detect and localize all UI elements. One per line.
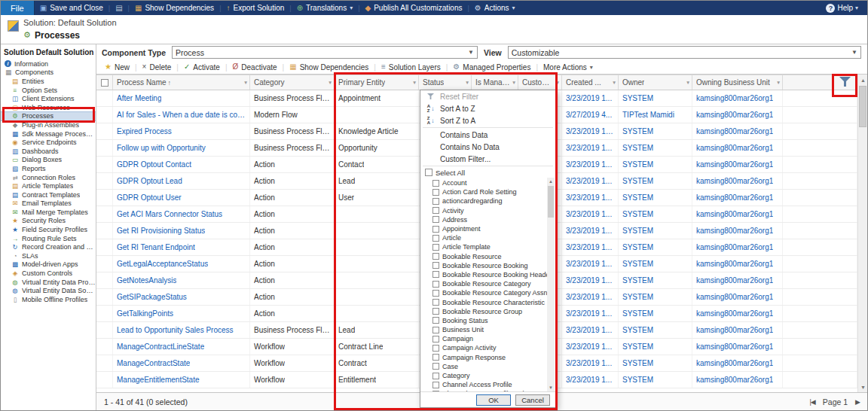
sidebar-item-virtual-entity-data-sources[interactable]: ◍Virtual Entity Data Sources xyxy=(1,286,96,295)
chevron-down-icon[interactable]: ▾ xyxy=(327,79,332,86)
next-page-icon[interactable]: ▶ xyxy=(855,398,860,406)
ribbon-item-save-and-close[interactable]: ▣Save and Close xyxy=(35,1,108,15)
toolbar-button-deactivate[interactable]: ØDeactivate xyxy=(228,63,283,72)
filter-option-bookable-resource-category-assn[interactable]: Bookable Resource Category Assn xyxy=(432,288,545,297)
sidebar-item-service-endpoints[interactable]: ◉Service Endpoints xyxy=(1,138,96,147)
chevron-down-icon[interactable]: ▾ xyxy=(775,79,780,86)
filter-option-campaign[interactable]: Campaign xyxy=(432,334,545,343)
sidebar-item-contract-templates[interactable]: ▤Contract Templates xyxy=(1,190,96,199)
filter-menu-item-contains-no-data[interactable]: Contains No Data xyxy=(420,141,555,153)
checkbox-icon[interactable] xyxy=(432,345,439,352)
checkbox-icon[interactable] xyxy=(432,391,439,391)
checkbox-icon[interactable] xyxy=(432,216,439,223)
ribbon-item-publish-all-customizations[interactable]: ◆Publish All Customizations xyxy=(360,1,468,15)
filter-option-address[interactable]: Address xyxy=(432,215,545,224)
column-header-owner[interactable]: Owner▾ xyxy=(619,75,692,90)
sidebar-item-mail-merge-templates[interactable]: ✉Mail Merge Templates xyxy=(1,208,96,217)
sidebar-item-connection-roles[interactable]: ⇄Connection Roles xyxy=(1,173,96,182)
checkbox-icon[interactable] xyxy=(432,262,439,269)
sidebar-item-information[interactable]: iInformation xyxy=(1,59,96,68)
filter-option-action-card-role-setting[interactable]: Action Card Role Setting xyxy=(432,187,545,196)
column-header-primary-entity[interactable]: Primary Entity▾ xyxy=(335,75,419,90)
sidebar-item-reports[interactable]: ▧Reports xyxy=(1,164,96,173)
filter-option-appointment[interactable]: Appointment xyxy=(432,224,545,233)
chevron-down-icon[interactable]: ▾ xyxy=(243,79,247,86)
scrollbar-thumb[interactable] xyxy=(859,86,866,127)
sidebar-item-routing-rule-sets[interactable]: →Routing Rule Sets xyxy=(1,234,96,243)
checkbox-icon[interactable] xyxy=(432,336,439,342)
sidebar-item-email-templates[interactable]: ✉Email Templates xyxy=(1,199,96,209)
column-header-process-name[interactable]: Process Name↑▾ xyxy=(113,75,250,90)
sidebar-item-model-driven-apps[interactable]: ▩Model-driven Apps xyxy=(1,260,96,269)
checkbox-icon[interactable] xyxy=(432,189,439,196)
checkbox-icon[interactable] xyxy=(432,290,439,297)
checkbox-icon[interactable] xyxy=(432,180,439,187)
filter-option-article-template[interactable]: Article Template xyxy=(432,242,545,251)
filter-option-channel-access-profile[interactable]: Channel Access Profile xyxy=(432,380,545,389)
ribbon-item-show-dependencies[interactable]: ▦Show Dependencies xyxy=(130,1,219,15)
toolbar-button-activate[interactable]: ✓Activate xyxy=(179,63,225,72)
filter-option-channel-access-profile-rule[interactable]: Channel Access Profile Rule xyxy=(432,389,545,391)
sidebar-item-security-roles[interactable]: ★Security Roles xyxy=(1,217,96,226)
filter-option-business-unit[interactable]: Business Unit xyxy=(432,325,545,334)
sidebar-item-sdk-message-processing-st[interactable]: ▦Sdk Message Processing St... xyxy=(1,129,96,139)
sidebar-item-virtual-entity-data-providers[interactable]: ◍Virtual Entity Data Providers xyxy=(1,278,96,287)
chevron-down-icon[interactable]: ▾ xyxy=(611,79,616,86)
filter-select-all[interactable]: Select All xyxy=(420,167,555,178)
checkbox-icon[interactable] xyxy=(432,363,439,370)
scroll-up-icon[interactable]: ▲ xyxy=(547,178,555,185)
checkbox-icon[interactable] xyxy=(432,354,439,361)
checkbox-icon[interactable] xyxy=(432,327,439,333)
sidebar-item-client-extensions[interactable]: ◫Client Extensions xyxy=(1,94,96,103)
filter-option-bookable-resource-characteristic[interactable]: Bookable Resource Characteristic xyxy=(432,297,545,306)
filter-option-campaign-response[interactable]: Campaign Response xyxy=(432,353,545,362)
column-header-category[interactable]: Category▾ xyxy=(250,75,335,90)
checkbox-icon[interactable] xyxy=(425,169,432,176)
toolbar-button-delete[interactable]: ×Delete xyxy=(137,63,177,72)
chevron-down-icon[interactable]: ▾ xyxy=(464,79,469,86)
filter-menu-item-reset-filter[interactable]: Reset Filter xyxy=(420,90,555,102)
filter-menu-item-sort-a-to-z[interactable]: AZ↓Sort A to Z xyxy=(420,102,555,114)
sidebar-item-dialog-boxes[interactable]: ▭Dialog Boxes xyxy=(1,156,96,165)
chevron-down-icon[interactable]: ▾ xyxy=(411,79,416,86)
sidebar-item-web-resources[interactable]: ▢Web Resources xyxy=(1,103,96,112)
checkbox-icon[interactable] xyxy=(432,299,439,306)
toolbar-button-new[interactable]: ★New xyxy=(99,63,135,72)
grid-vertical-scrollbar[interactable]: ▲ ▼ xyxy=(857,75,867,392)
help-button[interactable]: ? Help ▾ xyxy=(826,4,867,13)
checkbox-icon[interactable] xyxy=(432,308,439,315)
filter-option-account[interactable]: Account xyxy=(432,178,545,187)
sidebar-item-processes[interactable]: ⚙Processes xyxy=(1,112,96,121)
column-header-owning-business-unit[interactable]: Owning Business Unit▾ xyxy=(692,75,783,90)
toolbar-button-managed-properties[interactable]: ⚙Managed Properties xyxy=(448,63,536,72)
checkbox-icon[interactable] xyxy=(432,235,439,242)
ribbon-item-actions[interactable]: ⚙Actions▾ xyxy=(469,1,521,15)
checkbox-icon[interactable] xyxy=(432,253,439,260)
sidebar-item-custom-controls[interactable]: ◈Custom Controls xyxy=(1,269,96,278)
scroll-up-icon[interactable]: ▲ xyxy=(858,75,868,85)
toolbar-button-solution-layers[interactable]: ≡Solution Layers xyxy=(376,63,446,72)
column-header-status[interactable]: Status▾ xyxy=(419,75,472,90)
checkbox-icon[interactable] xyxy=(432,207,439,214)
filter-option-bookable-resource-category[interactable]: Bookable Resource Category xyxy=(432,279,545,288)
toolbar-button-more-actions[interactable]: More Actions▾ xyxy=(538,63,598,72)
scroll-down-icon[interactable]: ▼ xyxy=(858,382,868,392)
checkbox-icon[interactable] xyxy=(432,271,439,278)
checkbox-icon[interactable] xyxy=(432,281,439,288)
filter-menu-item-sort-z-to-a[interactable]: ZA↓Sort Z to A xyxy=(420,114,555,126)
column-header-customizable[interactable]: Customizable▾ xyxy=(518,75,562,90)
sidebar-item-slas[interactable]: ◔SLAs xyxy=(1,251,96,260)
chevron-down-icon[interactable]: ▾ xyxy=(555,79,559,86)
chevron-down-icon[interactable]: ▾ xyxy=(685,79,689,86)
sidebar-item-dashboards[interactable]: ▥Dashboards xyxy=(1,147,96,156)
file-menu-button[interactable]: File xyxy=(1,1,35,15)
filter-option-category[interactable]: Category xyxy=(432,371,545,380)
component-type-select[interactable]: Process ▼ xyxy=(172,46,478,59)
checkbox-icon[interactable] xyxy=(432,226,439,233)
sidebar-item-mobile-offline-profiles[interactable]: ▯Mobile Offline Profiles xyxy=(1,295,96,304)
first-page-icon[interactable]: |◀ xyxy=(810,398,815,406)
ribbon-item-print-icon[interactable]: ▤ xyxy=(110,1,127,15)
ribbon-item-translations[interactable]: ⊕Translations▾ xyxy=(292,1,359,15)
filter-option-activity[interactable]: Activity xyxy=(432,206,545,215)
filter-option-bookable-resource-group[interactable]: Bookable Resource Group xyxy=(432,307,545,316)
